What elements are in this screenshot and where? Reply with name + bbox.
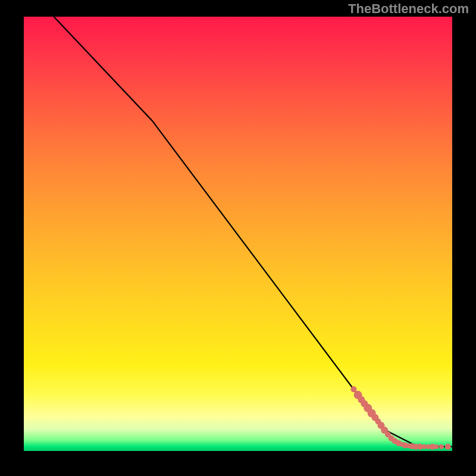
- scatter-point: [350, 386, 356, 392]
- scatter-point: [439, 444, 444, 449]
- scatter-point: [434, 444, 439, 449]
- scatter-point: [445, 444, 451, 450]
- chart-plot-area: [24, 17, 452, 451]
- watermark-text: TheBottleneck.com: [348, 1, 469, 17]
- chart-scatter-points: [350, 386, 450, 449]
- chart-line: [54, 17, 452, 447]
- scatter-point: [422, 444, 427, 449]
- chart-overlay-svg: [24, 17, 452, 451]
